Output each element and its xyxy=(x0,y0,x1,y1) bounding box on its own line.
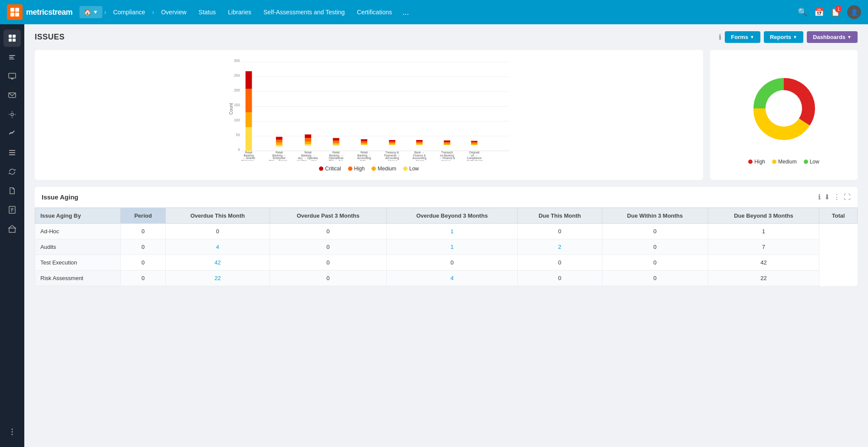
aging-download-icon[interactable]: ⬇ xyxy=(824,193,830,201)
legend-critical: Critical xyxy=(319,166,341,172)
svg-rect-60 xyxy=(361,141,368,144)
nav-self-assessments[interactable]: Self-Assessments and Testing xyxy=(258,6,350,18)
svg-text:200: 200 xyxy=(234,88,240,92)
table-row: Ad-Hoc 0 0 0 1 0 0 1 xyxy=(35,224,858,239)
row-audits-label: Audits xyxy=(35,239,121,255)
svg-rect-59 xyxy=(361,143,368,144)
row-test-exec-overdue-past-3[interactable]: 42 xyxy=(166,255,270,271)
svg-text:50: 50 xyxy=(236,133,240,137)
notification-badge[interactable]: 📋 1 xyxy=(831,7,840,17)
nav-home-button[interactable]: 🏠 ▼ xyxy=(79,6,102,18)
row-risk-assess-overdue-beyond-3: 0 xyxy=(270,271,386,286)
row-audits-due-this-month[interactable]: 1 xyxy=(387,239,518,255)
svg-rect-3 xyxy=(15,13,19,16)
svg-point-14 xyxy=(11,113,13,116)
row-test-exec-overdue-this-month: 0 xyxy=(121,255,166,271)
row-adhoc-overdue-past-3: 0 xyxy=(166,224,270,239)
sidebar-item-messages[interactable] xyxy=(3,87,21,104)
donut-chart-svg xyxy=(740,65,827,152)
svg-rect-51 xyxy=(305,142,311,144)
svg-rect-46 xyxy=(276,145,283,147)
svg-rect-69 xyxy=(416,140,423,142)
svg-rect-44 xyxy=(246,71,252,89)
svg-rect-70 xyxy=(444,145,450,145)
svg-text:Accoun...: Accoun... xyxy=(441,160,453,161)
app-layout: ISSUES ℹ Forms ▼ Reports ▼ Dashboards ▼ xyxy=(0,24,868,447)
forms-button[interactable]: Forms ▼ xyxy=(725,31,760,43)
col-due-within-3: Due Within 3 Months xyxy=(602,208,708,224)
nav-more-button[interactable]: ... xyxy=(399,8,412,17)
aging-expand-icon[interactable]: ⛶ xyxy=(844,193,851,201)
svg-text:→ India →...: → India →... xyxy=(356,160,372,161)
search-icon[interactable]: 🔍 xyxy=(798,7,807,17)
row-test-exec-due-this-month: 0 xyxy=(387,255,518,271)
svg-text:Risk → ALL: Risk → ALL xyxy=(329,160,343,161)
svg-rect-56 xyxy=(333,140,339,143)
sidebar-item-settings[interactable] xyxy=(3,106,21,123)
col-overdue-this-month: Overdue This Month xyxy=(166,208,270,224)
svg-rect-9 xyxy=(9,57,13,58)
svg-rect-49 xyxy=(276,137,283,140)
svg-rect-6 xyxy=(9,39,12,42)
logo-area[interactable]: metricstream xyxy=(7,4,72,20)
svg-rect-45 xyxy=(252,127,253,150)
sidebar-item-notes[interactable] xyxy=(3,201,21,219)
svg-rect-50 xyxy=(305,144,311,146)
user-avatar[interactable]: 👤 xyxy=(847,5,861,19)
row-adhoc-due-this-month[interactable]: 1 xyxy=(387,224,518,239)
aging-info-icon[interactable]: ℹ xyxy=(818,193,821,201)
info-icon[interactable]: ℹ xyxy=(719,33,721,41)
svg-rect-12 xyxy=(11,78,13,79)
nav-overview[interactable]: Overview xyxy=(156,6,191,18)
row-adhoc-total: 1 xyxy=(708,224,819,239)
sidebar-item-monitor[interactable] xyxy=(3,68,21,85)
row-risk-assess-overdue-past-3[interactable]: 22 xyxy=(166,271,270,286)
sidebar-item-sync[interactable] xyxy=(3,163,21,180)
nav-libraries[interactable]: Libraries xyxy=(223,6,256,18)
row-risk-assess-due-this-month[interactable]: 4 xyxy=(387,271,518,286)
svg-rect-67 xyxy=(416,143,423,144)
table-row: Risk Assessment 0 22 0 4 0 0 22 xyxy=(35,271,858,286)
svg-rect-62 xyxy=(389,144,395,145)
aging-menu-icon[interactable]: ⋮ xyxy=(833,193,840,201)
aging-table: Issue Aging By Period Overdue This Month… xyxy=(35,208,858,286)
nav-status[interactable]: Status xyxy=(194,6,221,18)
aging-actions: ℹ ⬇ ⋮ ⛶ xyxy=(818,193,851,201)
col-overdue-beyond-3: Overdue Beyond 3 Months xyxy=(387,208,518,224)
row-adhoc-label: Ad-Hoc xyxy=(35,224,121,239)
nav-certifications[interactable]: Certifications xyxy=(352,6,397,18)
reports-button[interactable]: Reports ▼ xyxy=(764,31,803,43)
donut-legend-medium: Medium xyxy=(772,159,797,165)
sidebar-item-list[interactable] xyxy=(3,144,21,161)
sidebar-item-tools[interactable] xyxy=(3,125,21,142)
calendar-icon[interactable]: 📅 xyxy=(814,7,824,17)
svg-rect-73 xyxy=(444,140,450,142)
sidebar-more-button[interactable] xyxy=(8,424,16,442)
svg-rect-54 xyxy=(333,144,339,146)
col-period: Period xyxy=(121,208,166,224)
svg-rect-52 xyxy=(305,138,311,141)
aging-title: Issue Aging xyxy=(42,193,78,201)
sidebar-item-dashboard[interactable] xyxy=(3,29,21,47)
row-audits-overdue-past-3[interactable]: 4 xyxy=(166,239,270,255)
sidebar-item-files[interactable] xyxy=(3,182,21,199)
svg-text:→ Accoun...: → Accoun... xyxy=(385,160,400,161)
row-audits-overdue-beyond-3: 0 xyxy=(270,239,386,255)
row-risk-assess-total: 22 xyxy=(708,271,819,286)
dashboards-button[interactable]: Dashboards ▼ xyxy=(807,31,858,43)
svg-text:→ Americ...: → Americ... xyxy=(412,160,427,161)
svg-point-25 xyxy=(12,434,13,435)
legend-high: High xyxy=(348,166,365,172)
col-due-beyond-3: Due Beyond 3 Months xyxy=(708,208,819,224)
row-audits-due-within-3[interactable]: 2 xyxy=(517,239,602,255)
svg-point-23 xyxy=(12,429,13,430)
svg-rect-61 xyxy=(361,139,368,141)
top-navigation: metricstream 🏠 ▼ › Compliance › Overview… xyxy=(0,0,868,24)
sidebar-item-reports[interactable] xyxy=(3,49,21,66)
svg-text:nal Risk → Ame...: nal Risk → Ame... xyxy=(297,160,319,161)
bar-chart-svg: Count 0 50 100 150 200 250 300 xyxy=(42,57,696,161)
sidebar-item-building[interactable] xyxy=(3,220,21,238)
svg-rect-75 xyxy=(471,144,477,145)
notification-count: 1 xyxy=(835,6,842,13)
nav-compliance[interactable]: Compliance xyxy=(108,6,151,18)
